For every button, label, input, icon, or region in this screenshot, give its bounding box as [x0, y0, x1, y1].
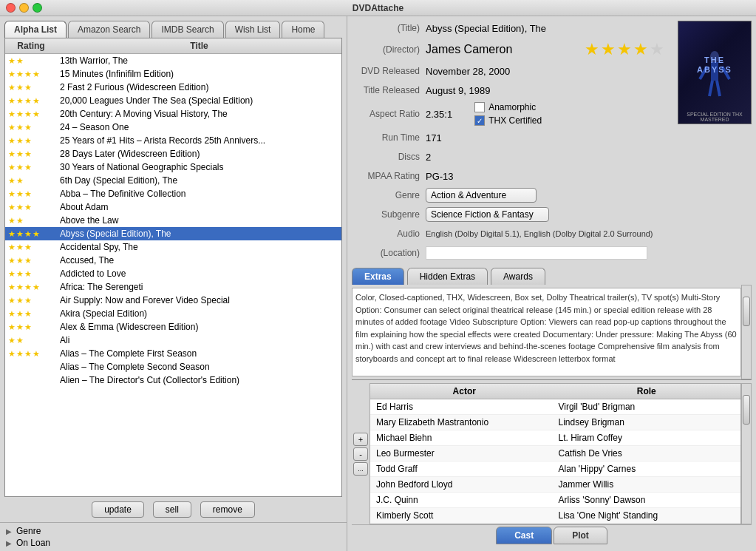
list-item[interactable]: ★★Ali	[5, 334, 341, 347]
list-item[interactable]: ★★★★Africa: The Serengeti	[5, 280, 341, 294]
filled-star-icon[interactable]: ★	[633, 40, 648, 59]
onloan-filter[interactable]: ▶ On Loan	[6, 538, 341, 548]
tab-alpha-list[interactable]: Alpha List	[4, 21, 67, 38]
list-item[interactable]: ★★★About Adam	[5, 200, 341, 214]
cast-row[interactable]: Kimberly ScottLisa 'One Night' Standing	[370, 508, 740, 524]
minimize-button[interactable]	[19, 3, 29, 13]
list-item[interactable]: ★★★★20,000 Leagues Under The Sea (Specia…	[5, 94, 341, 107]
cast-row[interactable]: Mary Elizabeth MastrantonioLindsey Brigm…	[370, 415, 740, 430]
tab-home[interactable]: Home	[282, 21, 324, 38]
star-icon: ★	[16, 123, 24, 132]
list-item[interactable]: ★★★★20th Century: A Moving Visual Histor…	[5, 107, 341, 121]
notes-scroll-thumb[interactable]	[743, 297, 750, 326]
anamorphic-checkbox-item[interactable]: Anamorphic	[474, 102, 542, 112]
list-item[interactable]: ★★★Alex & Emma (Widescreen Edition)	[5, 320, 341, 334]
notes-scrollbar[interactable]	[741, 285, 752, 379]
thx-checkbox-item[interactable]: ✓ THX Certified	[474, 115, 542, 126]
cast-side-controls: + - ...	[352, 383, 370, 524]
subgenre-dropdown[interactable]: Science Fiction & Fantasy Action Adventu…	[426, 207, 549, 222]
filled-star-icon[interactable]: ★	[617, 40, 632, 59]
cast-role: Virgil 'Bud' Brigman	[556, 401, 738, 413]
filled-star-icon[interactable]: ★	[601, 40, 616, 59]
item-title: Alias – The Complete First Season	[57, 348, 341, 359]
list-item[interactable]: Alias – The Complete Second Season	[5, 360, 341, 373]
audio-label: Audio	[352, 229, 426, 239]
star-icon: ★	[8, 256, 16, 266]
location-input[interactable]	[426, 246, 647, 260]
list-item[interactable]: ★★★Abba – The Definitive Collection	[5, 187, 341, 200]
list-item[interactable]: ★★★30 Years of National Geographic Speci…	[5, 160, 341, 174]
list-item[interactable]: ★★Above the Law	[5, 214, 341, 227]
cast-row[interactable]: John Bedford LloydJammer Willis	[370, 477, 740, 493]
filled-star-icon[interactable]: ★	[585, 40, 599, 59]
thx-checkbox[interactable]: ✓	[474, 115, 485, 126]
list-item[interactable]: ★★★Addicted to Love	[5, 267, 341, 280]
cast-scrollbar[interactable]	[741, 383, 752, 524]
maximize-button[interactable]	[33, 3, 42, 13]
cast-row[interactable]: Leo BurmesterCatfish De Vries	[370, 446, 740, 462]
aspect-label: Aspect Ratio	[352, 109, 426, 119]
list-header: Rating Title	[5, 38, 341, 54]
list-item[interactable]: ★★★Air Supply: Now and Forever Video Spe…	[5, 294, 341, 307]
sell-button[interactable]: sell	[153, 501, 191, 518]
list-item[interactable]: ★★★2 Fast 2 Furious (Widescreen Edition)	[5, 81, 341, 94]
subgenre-row: Subgenre Science Fiction & Fantasy Actio…	[352, 207, 672, 222]
empty-star-icon[interactable]: ★	[650, 40, 664, 59]
notes-area[interactable]: Color, Closed-captioned, THX, Widescreen…	[352, 288, 741, 376]
tab-wish-list[interactable]: Wish List	[225, 21, 281, 38]
movie-list-scroll[interactable]: ★★13th Warrior, The★★★★15 Minutes (Infin…	[5, 54, 341, 496]
tabs-bar: Alpha List Amazon Search IMDB Search Wis…	[0, 16, 347, 38]
cast-role: Arliss 'Sonny' Dawson	[556, 494, 738, 506]
list-item[interactable]: ★★★Accused, The	[5, 254, 341, 267]
anamorphic-checkbox[interactable]	[474, 102, 485, 112]
tab-awards[interactable]: Awards	[491, 268, 545, 285]
list-item[interactable]: ★★★Akira (Special Edition)	[5, 307, 341, 320]
star-icon: ★	[8, 243, 16, 252]
detail-top: (Title) Abyss (Special Edition), The (Di…	[352, 21, 752, 265]
list-item[interactable]: ★★★★Abyss (Special Edition), The	[5, 227, 341, 240]
star-icon: ★	[33, 229, 40, 239]
cast-scroll-thumb[interactable]	[743, 395, 750, 425]
item-rating: ★★★	[5, 243, 57, 252]
list-action-buttons: update sell remove	[0, 497, 347, 522]
thx-label: THX Certified	[488, 115, 542, 126]
list-item[interactable]: Alien – The Director's Cut (Collector's …	[5, 373, 341, 387]
more-cast-button[interactable]: ...	[353, 462, 368, 476]
cast-row[interactable]: Ed HarrisVirgil 'Bud' Brigman	[370, 399, 740, 415]
tab-extras[interactable]: Extras	[352, 268, 404, 285]
tab-plot[interactable]: Plot	[554, 527, 607, 544]
cast-actor: Leo Burmester	[373, 447, 556, 459]
list-item[interactable]: ★★13th Warrior, The	[5, 54, 341, 67]
location-row: (Location)	[352, 246, 672, 260]
list-item[interactable]: ★★★25 Years of #1 Hits – Arista Records …	[5, 134, 341, 147]
genre-filter-arrow: ▶	[6, 527, 12, 535]
star-icon: ★	[8, 109, 16, 119]
cast-row[interactable]: Michael BiehnLt. Hiram Coffey	[370, 430, 740, 446]
tab-imdb-search[interactable]: IMDB Search	[151, 21, 223, 38]
genre-dropdown[interactable]: Action & Adventure Comedy Drama	[426, 188, 537, 203]
tab-cast[interactable]: Cast	[496, 527, 552, 544]
item-title: 20th Century: A Moving Visual History, T…	[57, 109, 341, 119]
item-title: Air Supply: Now and Forever Video Specia…	[57, 295, 341, 305]
remove-button[interactable]: remove	[200, 501, 255, 518]
genre-filter-label: Genre	[16, 526, 41, 536]
add-cast-button[interactable]: +	[353, 433, 368, 446]
list-item[interactable]: ★★★28 Days Later (Widescreen Edition)	[5, 147, 341, 160]
cast-actor: Michael Biehn	[373, 432, 556, 444]
tab-hidden-extras[interactable]: Hidden Extras	[407, 268, 488, 285]
star-icon: ★	[24, 109, 32, 119]
list-item[interactable]: ★★★Accidental Spy, The	[5, 240, 341, 254]
star-icon: ★	[16, 163, 24, 172]
close-button[interactable]	[6, 3, 16, 13]
tab-amazon-search[interactable]: Amazon Search	[68, 21, 150, 38]
list-item[interactable]: ★★★★Alias – The Complete First Season	[5, 347, 341, 360]
genre-filter[interactable]: ▶ Genre	[6, 526, 341, 536]
cast-row[interactable]: J.C. QuinnArliss 'Sonny' Dawson	[370, 493, 740, 508]
list-item[interactable]: ★★6th Day (Special Edition), The	[5, 174, 341, 187]
cast-role: Lisa 'One Night' Standing	[556, 510, 738, 521]
list-item[interactable]: ★★★24 – Season One	[5, 121, 341, 134]
remove-cast-button[interactable]: -	[353, 447, 368, 461]
list-item[interactable]: ★★★★15 Minutes (Infinifilm Edition)	[5, 67, 341, 81]
cast-row[interactable]: Todd GraffAlan 'Hippy' Carnes	[370, 462, 740, 477]
update-button[interactable]: update	[92, 501, 144, 518]
